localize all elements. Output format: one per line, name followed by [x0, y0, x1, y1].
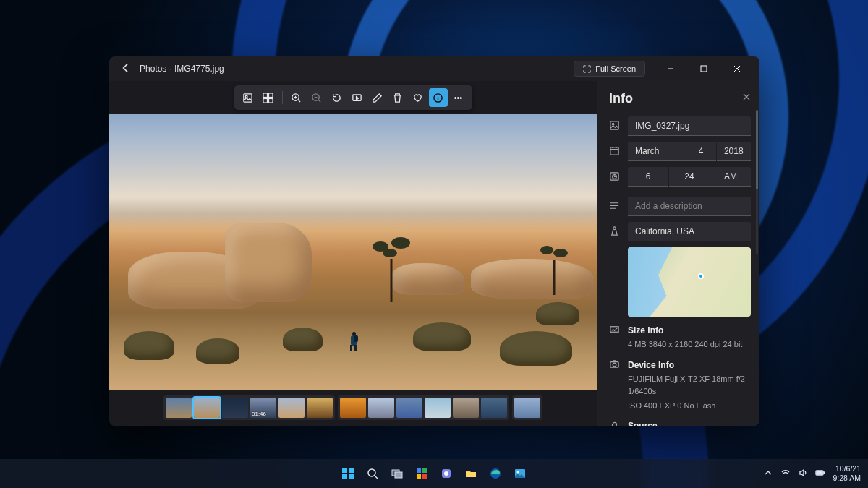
- info-panel: Info IMG_0327.jpg March 4 2018 6 24: [597, 81, 760, 426]
- source-label: Source: [628, 421, 658, 426]
- thumbnail[interactable]: [307, 398, 333, 418]
- compare-button[interactable]: [259, 88, 278, 107]
- svg-rect-16: [610, 147, 618, 154]
- file-explorer-button[interactable]: [461, 463, 481, 484]
- main-photo[interactable]: [109, 114, 597, 390]
- photo-viewer-pane: 01:46: [109, 81, 597, 426]
- chat-button[interactable]: [436, 463, 456, 484]
- svg-rect-26: [349, 474, 354, 479]
- svg-point-35: [444, 471, 448, 476]
- widgets-button[interactable]: [412, 463, 432, 484]
- device-info-line1: FUJIFILM Fuji X-T2 XF 18mm f/2 1/6400s: [628, 373, 751, 398]
- svg-rect-25: [342, 474, 347, 479]
- time-hour-field[interactable]: 6: [628, 167, 668, 187]
- thumbnail[interactable]: [278, 398, 305, 418]
- wifi-icon[interactable]: [780, 468, 791, 479]
- edit-button[interactable]: [368, 88, 387, 107]
- svg-point-39: [517, 471, 519, 474]
- slideshow-button[interactable]: [348, 88, 367, 107]
- calendar-icon: [609, 145, 621, 158]
- thumbnail[interactable]: [481, 398, 507, 418]
- svg-rect-31: [422, 468, 427, 473]
- thumbnail[interactable]: [222, 398, 248, 418]
- hiker-figure: [349, 330, 358, 350]
- date-year-field[interactable]: 2018: [717, 142, 751, 161]
- rotate-button[interactable]: [328, 88, 346, 107]
- thumbnail[interactable]: [425, 398, 451, 418]
- svg-rect-3: [263, 93, 268, 97]
- zoom-in-button[interactable]: [287, 88, 306, 107]
- description-icon: [609, 200, 621, 213]
- svg-rect-4: [268, 93, 273, 97]
- favorite-button[interactable]: [409, 88, 427, 107]
- device-info-line2: ISO 400 EXP 0 No Flash: [628, 400, 751, 413]
- view-mode-button[interactable]: [239, 88, 258, 107]
- date-month-field[interactable]: March: [628, 142, 686, 161]
- size-info-value: 4 MB 3840 x 2160 240 dpi 24 bit: [628, 338, 751, 351]
- svg-point-12: [458, 97, 459, 98]
- svg-rect-36: [466, 472, 476, 477]
- toolbar: [109, 81, 597, 114]
- info-button[interactable]: [429, 88, 448, 107]
- clock-icon: [609, 171, 621, 184]
- maximize-button[interactable]: [687, 56, 720, 81]
- thumbnail[interactable]: [396, 398, 422, 418]
- window-title: Photos - IMG4775.jpg: [140, 64, 224, 74]
- svg-rect-0: [701, 66, 707, 72]
- location-field[interactable]: California, USA: [628, 222, 751, 241]
- thumbnail[interactable]: [514, 398, 540, 418]
- task-view-button[interactable]: [387, 463, 407, 484]
- more-button[interactable]: [449, 88, 468, 107]
- svg-rect-33: [422, 474, 427, 479]
- back-button[interactable]: [119, 61, 132, 77]
- thumbnail[interactable]: [166, 398, 192, 418]
- thumbnail[interactable]: [194, 398, 220, 418]
- photos-app-button[interactable]: [510, 463, 530, 484]
- map-pin-icon: [698, 273, 704, 279]
- size-icon: [609, 324, 621, 337]
- info-close-button[interactable]: [739, 90, 754, 104]
- thumbnail[interactable]: [368, 398, 394, 418]
- camera-icon: [609, 359, 621, 372]
- location-minimap[interactable]: [628, 247, 751, 317]
- filename-field[interactable]: IMG_0327.jpg: [628, 116, 751, 136]
- system-tray: 10/6/21 9:28 AM: [763, 459, 861, 488]
- close-button[interactable]: [720, 56, 754, 81]
- search-button[interactable]: [362, 463, 383, 484]
- location-icon: [609, 226, 621, 239]
- svg-rect-42: [817, 471, 822, 474]
- thumbnail[interactable]: [340, 398, 366, 418]
- tray-overflow-button[interactable]: [763, 468, 773, 479]
- delete-button[interactable]: [388, 88, 407, 107]
- battery-icon[interactable]: [815, 468, 825, 479]
- device-info-label: Device Info: [628, 360, 674, 370]
- start-button[interactable]: [338, 463, 358, 484]
- taskbar-clock[interactable]: 10/6/21 9:28 AM: [833, 464, 861, 482]
- thumbnail-video[interactable]: 01:46: [250, 398, 276, 418]
- zoom-out-button[interactable]: [307, 88, 326, 107]
- svg-rect-24: [349, 468, 354, 473]
- svg-rect-23: [342, 468, 347, 473]
- fullscreen-button[interactable]: Full Screen: [574, 61, 645, 77]
- scrollbar-thumb[interactable]: [756, 110, 758, 189]
- svg-rect-29: [395, 472, 402, 478]
- description-field[interactable]: Add a description: [628, 197, 751, 216]
- size-info-label: Size Info: [628, 325, 663, 335]
- time-minute-field[interactable]: 24: [669, 167, 710, 187]
- minimize-button[interactable]: [654, 56, 687, 81]
- filmstrip: 01:46: [109, 390, 597, 426]
- svg-point-22: [613, 363, 616, 367]
- svg-point-19: [613, 226, 616, 229]
- time-period-field[interactable]: AM: [710, 167, 751, 187]
- titlebar: Photos - IMG4775.jpg Full Screen: [109, 56, 760, 81]
- date-day-field[interactable]: 4: [686, 142, 716, 161]
- image-icon: [609, 120, 621, 133]
- edge-button[interactable]: [485, 463, 506, 484]
- svg-rect-6: [268, 98, 273, 103]
- svg-rect-5: [263, 98, 268, 103]
- info-heading: Info: [609, 91, 751, 106]
- thumbnail[interactable]: [453, 398, 479, 418]
- volume-icon[interactable]: [798, 468, 808, 479]
- svg-rect-30: [417, 468, 421, 473]
- app-content: 01:46 Info: [109, 81, 760, 426]
